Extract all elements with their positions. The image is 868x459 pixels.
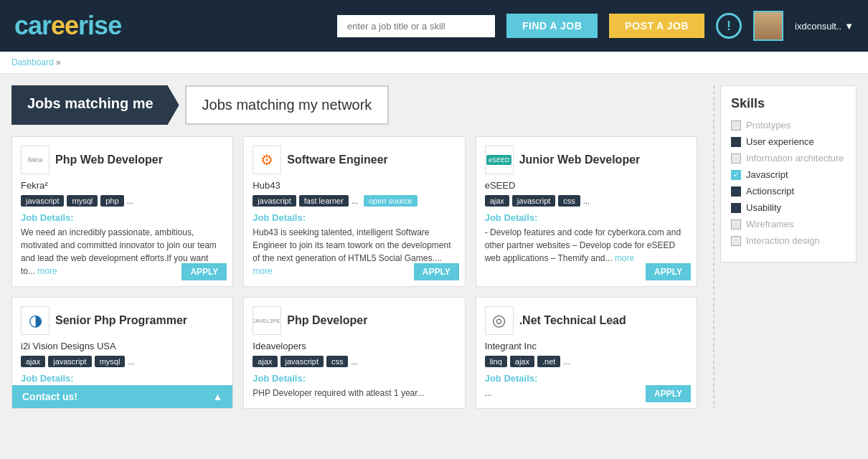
company-name-2: Hub43	[253, 180, 456, 191]
apply-button-2[interactable]: APPLY	[414, 263, 459, 280]
company-logo-6: ◎	[485, 306, 514, 335]
skill-checkbox-usability[interactable]	[731, 203, 741, 213]
skill-item-prototypes: Prototypes	[731, 120, 846, 131]
more-link-2[interactable]: more	[253, 266, 272, 276]
job-title-1: Php Web Developer	[55, 153, 163, 166]
company-logo-3: eSEED	[485, 146, 514, 174]
user-menu[interactable]: ixdconsult.. ▼	[795, 21, 854, 32]
apply-button-1[interactable]: APPLY	[181, 263, 227, 280]
skill-item-interaction: Interaction design	[731, 235, 846, 246]
tags-1: javascript mysql php ...	[21, 195, 224, 207]
tag: ajax	[21, 356, 45, 367]
job-card-header-3: eSEED Junior Web Developer	[485, 146, 688, 174]
main-container: Jobs matching me Jobs matching my networ…	[0, 74, 868, 420]
skill-checkbox-wireframes[interactable]	[731, 219, 741, 230]
skill-checkbox-ux[interactable]	[731, 137, 741, 147]
logo-part2: ee	[51, 11, 78, 40]
skill-label-javascript: Javascript	[746, 169, 788, 180]
tab-matching-me[interactable]: Jobs matching me	[11, 85, 179, 125]
skill-label-ia: Information architecture	[746, 153, 844, 164]
job-card-1: fekra Php Web Developer Fekra² javascrip…	[11, 136, 233, 287]
skill-checkbox-actionscript[interactable]	[731, 186, 741, 197]
skill-label-actionscript: Actionscript	[746, 186, 794, 197]
tag: css	[558, 195, 580, 207]
skill-checkbox-javascript[interactable]: ✓	[731, 170, 741, 180]
apply-button-6[interactable]: APPLY	[646, 385, 691, 402]
contact-bar[interactable]: Contact us! ▲	[12, 385, 232, 408]
skill-checkbox-ia[interactable]	[731, 153, 741, 164]
job-title-5: Php Developer	[287, 313, 367, 327]
skill-label-prototypes: Prototypes	[746, 120, 791, 131]
job-card-header-1: fekra Php Web Developer	[21, 146, 224, 174]
breadcrumb-separator: »	[56, 57, 61, 67]
breadcrumb: Dashboard »	[0, 52, 868, 74]
tag: .net	[537, 356, 560, 367]
tag: linq	[485, 356, 507, 367]
skill-checkbox-prototypes[interactable]	[731, 120, 741, 131]
job-details-label-4: Job Details:	[21, 373, 224, 384]
job-card-5: IDEAVEL2PERS Php Developer Ideavelopers …	[243, 297, 465, 409]
breadcrumb-dashboard[interactable]: Dashboard	[11, 57, 54, 67]
company-name-3: eSEED	[485, 180, 688, 191]
vertical-divider	[713, 85, 714, 409]
tag: ajax	[253, 356, 277, 367]
tag: javascript	[512, 195, 555, 207]
tag: javascript	[48, 356, 91, 367]
skill-item-ia: Information architecture	[731, 153, 846, 164]
job-details-label-6: Job Details:	[485, 373, 688, 384]
tag: ajax	[510, 356, 534, 367]
tag-dots: ...	[351, 356, 357, 367]
skill-item-actionscript: Actionscript	[731, 186, 846, 197]
search-input[interactable]	[337, 15, 495, 37]
jobs-grid: fekra Php Web Developer Fekra² javascrip…	[11, 136, 697, 409]
integrant-logo: ◎	[492, 311, 506, 330]
tag: javascript	[280, 356, 324, 367]
more-link-1[interactable]: more	[37, 266, 57, 276]
tags-2: javascript fast learner ... open source	[253, 195, 456, 207]
company-name-1: Fekra²	[21, 180, 224, 191]
job-card-header-6: ◎ .Net Technical Lead	[485, 306, 688, 335]
tag: javascript	[253, 195, 296, 207]
job-details-label-2: Job Details:	[253, 212, 456, 223]
more-link-3[interactable]: more	[615, 253, 634, 263]
skill-item-wireframes: Wireframes	[731, 219, 846, 230]
tag-special: open source	[364, 195, 418, 207]
job-title-4: Senior Php Programmer	[55, 313, 187, 327]
apply-button-3[interactable]: APPLY	[646, 263, 691, 280]
skill-label-ux: User experience	[746, 136, 814, 147]
alert-icon[interactable]: !	[716, 13, 742, 39]
tags-5: ajax javascript css ...	[253, 356, 456, 367]
skill-label-usability: Usability	[746, 202, 781, 213]
company-name-4: i2i Vision Designs USA	[21, 341, 224, 351]
eseed-logo: eSEED	[486, 155, 512, 165]
company-logo-4: ◑	[21, 306, 49, 335]
tag-dots: ...	[127, 195, 133, 207]
job-description-5: PHP Developer required with atleast 1 ye…	[253, 387, 456, 399]
skill-checkbox-interaction[interactable]	[731, 236, 741, 246]
company-name-6: Integrant Inc	[485, 341, 688, 351]
tags-6: linq ajax .net ...	[485, 356, 688, 367]
tag-dots: ...	[128, 356, 134, 367]
hub43-logo: ⚙	[260, 151, 273, 169]
skill-label-wireframes: Wireframes	[746, 219, 793, 230]
tag: ajax	[485, 195, 509, 207]
i2i-logo: ◑	[29, 311, 42, 330]
tags-3: ajax javascript css ...	[485, 195, 688, 207]
tag: mysql	[95, 356, 126, 367]
find-job-button[interactable]: FIND A JOB	[506, 14, 598, 38]
company-logo-5: IDEAVEL2PERS	[253, 306, 281, 335]
job-details-label-3: Job Details:	[485, 212, 688, 223]
skill-item-usability: Usability	[731, 202, 846, 213]
job-title-6: .Net Technical Lead	[519, 313, 626, 327]
job-card-header-2: ⚙ Software Engineer	[253, 146, 456, 174]
post-job-button[interactable]: POST A JOB	[609, 14, 704, 38]
company-logo-1: fekra	[21, 146, 49, 174]
job-details-label-1: Job Details:	[21, 212, 224, 223]
job-title-3: Junior Web Developer	[519, 153, 641, 166]
skill-item-ux: User experience	[731, 136, 846, 147]
job-card-6: ◎ .Net Technical Lead Integrant Inc linq…	[476, 297, 697, 409]
tag: css	[326, 356, 349, 367]
fekra-logo: fekra	[28, 156, 42, 164]
tab-matching-network[interactable]: Jobs matching my network	[185, 85, 390, 125]
tags-4: ajax javascript mysql ...	[21, 356, 224, 367]
